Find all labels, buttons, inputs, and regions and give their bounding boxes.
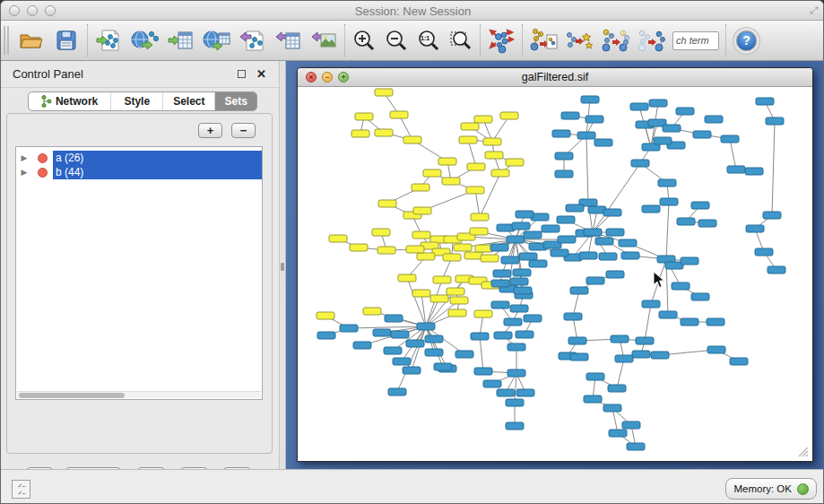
graph-node-blue xyxy=(651,352,669,359)
graph-node-yellow xyxy=(317,312,334,319)
new-network-from-selection-icon xyxy=(637,28,665,53)
open-button[interactable] xyxy=(13,23,48,57)
close-frame-icon[interactable]: × xyxy=(306,72,317,83)
toolbar-drag-handle[interactable] xyxy=(4,26,9,55)
maximize-frame-icon[interactable]: + xyxy=(338,72,349,83)
graph-node-blue xyxy=(755,248,773,256)
tab-network[interactable]: Network xyxy=(29,92,111,110)
memory-status-button[interactable]: Memory: OK xyxy=(725,478,817,500)
graph-node-blue xyxy=(507,369,525,377)
import-table-from-web-button[interactable] xyxy=(198,23,234,57)
open-icon xyxy=(18,28,43,53)
graph-node-blue xyxy=(388,388,406,395)
graph-node-yellow xyxy=(474,310,492,317)
zoom-actual-size-button[interactable]: 1:1 xyxy=(412,23,445,57)
graph-node-blue xyxy=(611,335,629,343)
save-icon xyxy=(55,29,78,52)
help-button[interactable]: ? xyxy=(736,30,757,51)
set-row-b[interactable]: ▶ b (44) xyxy=(16,165,262,179)
graph-node-yellow xyxy=(438,158,456,165)
graph-node-yellow xyxy=(491,169,509,177)
disclosure-triangle-icon[interactable]: ▶ xyxy=(16,153,32,162)
disclosure-triangle-icon[interactable]: ▶ xyxy=(16,168,32,177)
graph-node-yellow xyxy=(403,136,421,143)
network-canvas[interactable] xyxy=(298,87,811,459)
scrollbar-thumb[interactable] xyxy=(19,393,125,398)
graph-node-blue xyxy=(756,98,774,105)
zoom-out-button[interactable] xyxy=(380,23,412,57)
import-network-from-web-button[interactable] xyxy=(126,23,162,57)
close-panel-icon[interactable]: ✕ xyxy=(256,67,266,81)
graph-node-blue xyxy=(504,318,522,326)
graph-node-blue xyxy=(568,337,586,344)
graph-node-blue xyxy=(493,270,511,277)
graph-node-blue xyxy=(561,112,579,119)
zoom-in-button[interactable] xyxy=(348,23,380,57)
export-table-button[interactable] xyxy=(270,23,306,57)
memory-status-label: Memory: OK xyxy=(733,483,792,494)
tab-style[interactable]: Style xyxy=(111,92,163,110)
graph-node-blue xyxy=(730,358,748,365)
add-set-button[interactable]: + xyxy=(198,123,222,138)
new-network-from-selection-file-button[interactable] xyxy=(525,23,561,57)
graph-node-blue xyxy=(672,282,690,290)
tab-sets[interactable]: Sets xyxy=(215,92,256,110)
graph-node-blue xyxy=(677,218,695,225)
status-bar: ✓–✓– Memory: OK xyxy=(1,469,824,504)
search-input[interactable]: ch term xyxy=(672,31,719,50)
divider-grip[interactable] xyxy=(281,263,284,271)
fullscreen-icon[interactable]: ⤢ xyxy=(810,4,818,16)
graph-node-blue xyxy=(658,179,676,187)
set-row-a[interactable]: ▶ a (26) xyxy=(16,151,262,165)
graph-node-blue xyxy=(340,325,358,332)
task-history-button[interactable]: ✓–✓– xyxy=(12,480,30,499)
graph-node-blue xyxy=(524,231,542,239)
graph-node-blue xyxy=(353,342,371,349)
graph-node-blue xyxy=(608,385,626,392)
float-panel-icon[interactable] xyxy=(238,70,246,78)
task-history-icon: ✓–✓– xyxy=(18,482,25,497)
graph-node-yellow xyxy=(372,229,390,236)
network-graph[interactable] xyxy=(298,87,811,459)
graph-node-blue xyxy=(585,116,603,123)
graph-node-blue xyxy=(654,137,672,144)
graph-node-yellow xyxy=(443,254,461,261)
new-network-selected-nodes-button[interactable] xyxy=(597,23,633,57)
zoom-selected-region-button[interactable] xyxy=(445,23,477,57)
import-network-icon xyxy=(95,28,122,53)
graph-node-yellow xyxy=(398,274,416,282)
app-window: Session: New Session ⤢ xyxy=(0,0,824,504)
title-bar: Session: New Session ⤢ xyxy=(1,1,824,21)
graph-node-blue xyxy=(632,351,650,358)
import-network-button[interactable] xyxy=(91,23,126,57)
network-window[interactable]: × − + galFiltered.sif xyxy=(297,67,813,462)
graph-node-blue xyxy=(507,343,525,351)
toolbar-separator xyxy=(725,24,726,56)
remove-set-button[interactable]: − xyxy=(231,123,256,138)
graph-node-blue xyxy=(512,222,530,230)
export-image-button[interactable] xyxy=(306,23,342,57)
set-label[interactable]: a (26) xyxy=(53,151,262,165)
set-color-icon xyxy=(38,168,48,178)
zoom-actual-label: 1:1 xyxy=(421,35,429,41)
horizontal-scrollbar[interactable] xyxy=(17,391,261,398)
minimize-frame-icon[interactable]: − xyxy=(322,72,333,83)
graph-node-blue xyxy=(615,355,633,362)
tab-select[interactable]: Select xyxy=(163,92,215,110)
graph-node-blue xyxy=(705,116,723,123)
export-network-button[interactable] xyxy=(234,23,270,57)
save-button[interactable] xyxy=(48,23,84,57)
resize-grip-icon[interactable] xyxy=(796,445,809,457)
graph-node-blue xyxy=(494,332,512,339)
set-label[interactable]: b (44) xyxy=(53,165,262,179)
window-title: Session: New Session xyxy=(1,4,824,18)
graph-node-blue xyxy=(393,358,411,365)
graph-node-blue xyxy=(660,198,678,205)
panel-divider[interactable] xyxy=(279,61,286,469)
tab-style-label: Style xyxy=(124,95,150,108)
network-window-titlebar[interactable]: × − + galFiltered.sif xyxy=(298,68,812,87)
new-network-from-selection-button[interactable] xyxy=(633,23,669,57)
apply-layout-button[interactable] xyxy=(483,23,519,57)
import-table-button[interactable] xyxy=(162,23,198,57)
select-first-neighbors-button[interactable] xyxy=(561,23,597,57)
